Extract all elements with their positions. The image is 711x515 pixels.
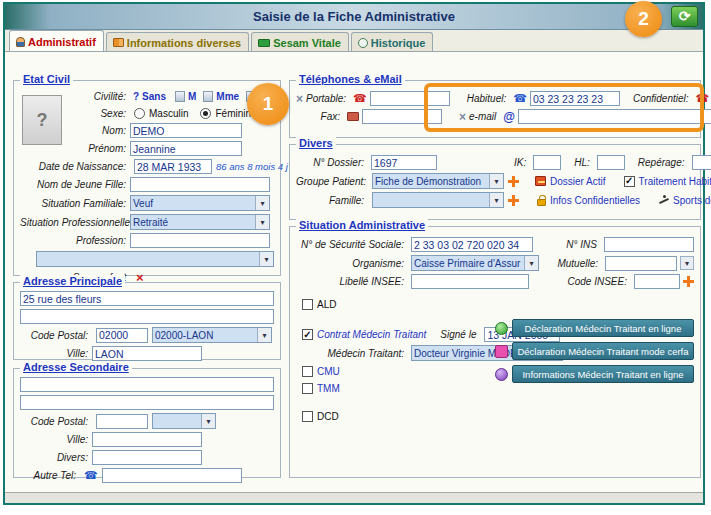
profession-liste-select[interactable]: ▾ <box>36 251 274 267</box>
refresh-button[interactable]: ⟳ <box>671 6 698 27</box>
patient-photo-placeholder[interactable]: ? <box>22 95 62 145</box>
libelle-insee-input[interactable] <box>411 274 529 289</box>
add-famille-icon[interactable] <box>508 195 519 206</box>
online-green-icon <box>495 322 508 335</box>
chevron-down-icon[interactable]: ▾ <box>255 215 269 229</box>
code-postal-label: Code Postal: <box>20 416 92 427</box>
civilite-m-icon[interactable] <box>175 91 185 102</box>
code-postal-select[interactable]: 02000-LAON ▾ <box>152 327 272 343</box>
ville-label: Ville: <box>20 434 92 445</box>
dossier-actif-label[interactable]: Dossier Actif <box>550 176 606 187</box>
clear-portable-icon[interactable]: × <box>296 93 303 105</box>
secu-input[interactable] <box>411 237 533 252</box>
lock-icon <box>537 199 546 206</box>
ins-input[interactable] <box>604 237 694 252</box>
famille-select[interactable]: ▾ <box>372 192 504 208</box>
autre-tel-input[interactable] <box>102 468 242 483</box>
ville-input[interactable] <box>92 432 202 447</box>
adresse2-divers-row: Divers: <box>14 450 280 465</box>
add-insee-icon[interactable] <box>683 276 694 287</box>
tab-informations-diverses[interactable]: Informations diverses <box>106 32 249 51</box>
chevron-down-icon[interactable]: ▾ <box>257 328 271 342</box>
civilite-question-icon[interactable]: ? <box>133 91 139 102</box>
situation-professionnelle-select[interactable]: Retraité ▾ <box>130 214 270 230</box>
chevron-down-icon[interactable]: ▾ <box>259 252 273 266</box>
traitement-habituel-checkbox[interactable]: ✓ <box>624 176 635 187</box>
civilite-mme-icon[interactable] <box>203 91 213 102</box>
adresse2-ligne1-input[interactable] <box>20 377 274 392</box>
informations-mt-button[interactable]: Informations Médecin Traitant en ligne <box>512 365 694 383</box>
situation-familiale-select[interactable]: Veuf ▾ <box>130 195 270 211</box>
organisme-label: Organisme: <box>296 258 408 269</box>
adresse2-ligne1-row <box>14 377 280 392</box>
adresse1-ligne2-input[interactable] <box>20 309 274 324</box>
code-postal-input[interactable] <box>96 328 148 343</box>
radio-masculin[interactable] <box>134 108 145 119</box>
civilite-sans[interactable]: Sans <box>142 91 166 102</box>
code-postal-input[interactable] <box>96 414 148 429</box>
sports-competition-label[interactable]: Sports de Compétition <box>673 195 711 206</box>
radio-feminin[interactable] <box>200 108 211 119</box>
tab-historique[interactable]: Historique <box>351 32 433 51</box>
tmm-row: TMM <box>290 381 700 395</box>
confidentiel-phone-icon: ☎ <box>696 93 710 104</box>
book-icon <box>113 38 124 47</box>
groupe-patient-select[interactable]: Fiche de Démonstration ▾ <box>372 173 504 189</box>
fax-input[interactable] <box>362 109 442 124</box>
clear-email-icon[interactable]: × <box>459 111 466 123</box>
profession-input[interactable] <box>130 233 270 248</box>
situation-professionnelle-label: Situation Professionnelle: <box>20 217 130 228</box>
portable-input[interactable] <box>370 91 450 106</box>
feminin-label: Féminin <box>215 108 251 119</box>
profession-liste-row: ▾ <box>14 251 280 267</box>
civilite-m[interactable]: M <box>188 91 196 102</box>
mutuelle-input[interactable] <box>605 256 677 271</box>
ville-input[interactable] <box>92 346 202 361</box>
tab-administratif[interactable]: Administratif <box>9 30 104 51</box>
btn-row: Déclaration Médecin Traitant mode cerfa <box>495 342 694 360</box>
contrat-label: Contrat Médecin Traitant <box>317 329 426 340</box>
adresse1-ligne1-row <box>14 291 280 306</box>
infos-confidentielles-label[interactable]: Infos Confidentielles <box>550 195 640 206</box>
civilite-mme[interactable]: Mme <box>216 91 239 102</box>
chevron-down-icon[interactable]: ▾ <box>489 174 503 188</box>
contrat-checkbox[interactable]: ✓ <box>302 329 313 340</box>
chevron-down-icon[interactable]: ▾ <box>201 414 215 428</box>
add-groupe-icon[interactable] <box>508 176 519 187</box>
naissance-input[interactable] <box>134 159 212 174</box>
prenom-input[interactable] <box>130 141 242 156</box>
dcd-checkbox[interactable] <box>302 411 313 422</box>
email-input[interactable] <box>518 109 711 124</box>
situation-professionnelle-value: Retraité <box>131 217 255 228</box>
code-insee-input[interactable] <box>634 274 680 289</box>
reperage-input[interactable] <box>692 155 711 170</box>
organisme-select[interactable]: Caisse Primaire d'Assur ▾ <box>411 255 539 271</box>
dossier-input[interactable] <box>371 155 437 170</box>
tab-sesam-vitale[interactable]: Sesam Vitale <box>251 32 349 51</box>
tmm-checkbox[interactable] <box>302 383 313 394</box>
age-text: 86 ans 8 mois 4 j <box>216 161 288 172</box>
badge-number: 1 <box>263 93 274 115</box>
code-postal-select[interactable]: ▾ <box>152 413 216 429</box>
nom-input[interactable] <box>130 123 242 138</box>
chevron-down-icon[interactable]: ▾ <box>255 196 269 210</box>
habituel-input[interactable] <box>530 91 620 106</box>
adresse1-ligne1-input[interactable] <box>20 291 274 306</box>
ald-checkbox[interactable] <box>302 299 313 310</box>
adresse2-ligne2-input[interactable] <box>20 395 274 410</box>
chevron-down-icon[interactable]: ▾ <box>524 256 538 270</box>
group-title: Divers <box>296 137 336 149</box>
divers-input[interactable] <box>92 450 202 465</box>
mutuelle-dropdown-icon[interactable]: ▾ <box>680 256 694 270</box>
hl-input[interactable] <box>597 155 625 170</box>
divers-row2: Groupe Patient: Fiche de Démonstration ▾… <box>290 173 700 189</box>
hl-label: HL: <box>574 157 594 168</box>
profession-label: Profession: <box>20 235 130 246</box>
refresh-icon: ⟳ <box>679 8 691 24</box>
chevron-down-icon[interactable]: ▾ <box>489 193 503 207</box>
declaration-mt-cerfa-button[interactable]: Déclaration Médecin Traitant mode cerfa <box>512 342 694 360</box>
cmu-checkbox[interactable] <box>302 366 313 377</box>
jeune-fille-input[interactable] <box>130 177 270 192</box>
declaration-mt-en-ligne-button[interactable]: Déclaration Médecin Traitant en ligne <box>512 319 694 337</box>
ik-input[interactable] <box>533 155 561 170</box>
